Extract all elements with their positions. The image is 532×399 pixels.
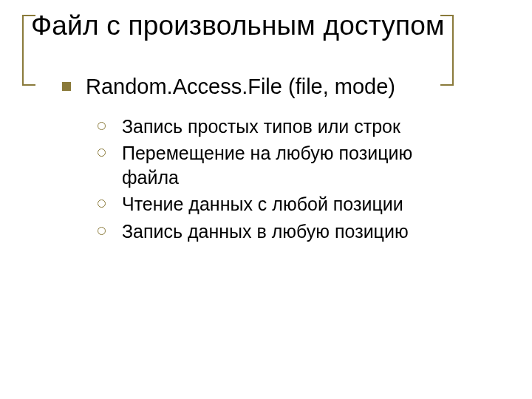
level1-text: Random.Access.File (file, mode)	[86, 73, 395, 100]
title-area: Файл с произвольным доступом	[31, 10, 502, 42]
content-area: Random.Access.File (file, mode) Запись п…	[62, 73, 502, 244]
list-item-text: Чтение данных с любой позиции	[122, 192, 403, 216]
square-bullet-icon	[62, 82, 71, 91]
bracket-right-icon	[436, 15, 454, 86]
slide-title: Файл с произвольным доступом	[31, 10, 502, 42]
circle-bullet-icon	[98, 200, 106, 208]
sublist: Запись простых типов или строк Перемещен…	[98, 115, 502, 244]
list-item: Запись данных в любую позицию	[98, 219, 502, 244]
list-item-text: Запись простых типов или строк	[122, 115, 400, 139]
circle-bullet-icon	[98, 122, 106, 130]
list-item: Чтение данных с любой позиции	[98, 192, 502, 216]
list-item-text: Запись данных в любую позицию	[122, 219, 409, 244]
circle-bullet-icon	[98, 149, 106, 157]
circle-bullet-icon	[98, 227, 106, 235]
slide: Файл с произвольным доступом Random.Acce…	[0, 0, 532, 399]
list-item: Запись простых типов или строк	[98, 115, 502, 139]
list-item: Перемещение на любую позицию файла	[98, 141, 502, 189]
bracket-left-icon	[22, 15, 40, 86]
list-item-text: Перемещение на любую позицию файла	[122, 141, 469, 189]
